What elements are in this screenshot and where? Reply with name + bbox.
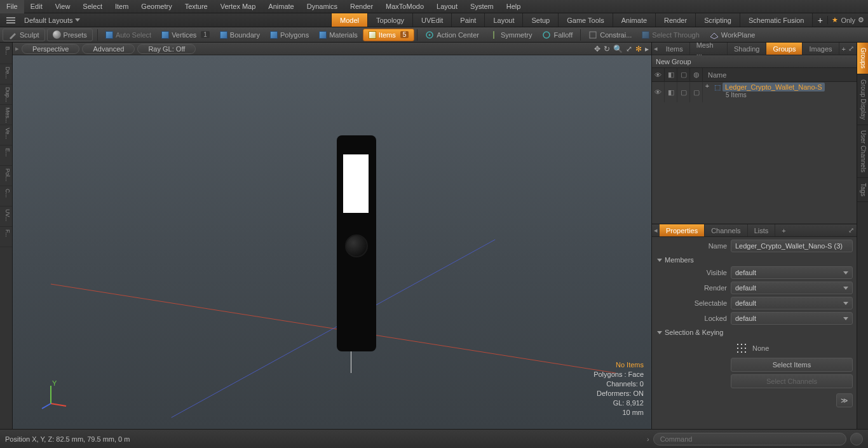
menu-help[interactable]: Help bbox=[500, 0, 527, 13]
tab-properties[interactable]: Properties bbox=[660, 224, 705, 236]
add-layout-tab-button[interactable]: + bbox=[812, 13, 827, 27]
tab-scripting[interactable]: Scripting bbox=[695, 13, 740, 27]
vtab-dup[interactable]: Dup... bbox=[0, 85, 12, 105]
constraints-button[interactable]: Constrai... bbox=[583, 29, 637, 41]
tab-animate[interactable]: Animate bbox=[613, 13, 655, 27]
vtab-mes[interactable]: Mes... bbox=[0, 105, 12, 125]
settings-gear-icon[interactable]: ⚙ bbox=[858, 16, 864, 24]
col-render-icon[interactable]: ◍ bbox=[690, 68, 703, 82]
props-collapse-icon[interactable]: ◂ bbox=[652, 224, 660, 236]
viewport-pan-icon[interactable]: ✥ bbox=[594, 44, 600, 53]
panel-collapse-icon[interactable]: ◂ bbox=[652, 43, 660, 55]
row-lock-toggle[interactable]: ▢ bbox=[677, 82, 690, 102]
menu-edit[interactable]: Edit bbox=[24, 0, 49, 13]
tab-meshops[interactable]: Mesh ... bbox=[690, 43, 728, 55]
axis-gizmo[interactable]: Y bbox=[39, 381, 70, 411]
menu-vertexmap[interactable]: Vertex Map bbox=[214, 0, 262, 13]
tab-schematicfusion[interactable]: Schematic Fusion bbox=[740, 13, 812, 27]
menu-view[interactable]: View bbox=[49, 0, 77, 13]
menu-system[interactable]: System bbox=[464, 0, 500, 13]
tab-images[interactable]: Images bbox=[803, 43, 839, 55]
tab-items[interactable]: Items bbox=[660, 43, 690, 55]
col-visibility-icon[interactable]: 👁 bbox=[652, 68, 665, 82]
vtab-f[interactable]: F... bbox=[0, 227, 12, 247]
viewport-perspective-dropdown[interactable]: Perspective bbox=[22, 44, 79, 54]
menu-layout[interactable]: Layout bbox=[430, 0, 464, 13]
sidetab-userchannels[interactable]: User Channels bbox=[857, 125, 868, 178]
tab-gametools[interactable]: Game Tools bbox=[558, 13, 613, 27]
menu-dynamics[interactable]: Dynamics bbox=[301, 0, 344, 13]
select-channels-button[interactable]: Select Channels bbox=[731, 374, 853, 388]
viewport-raygl-dropdown[interactable]: Ray GL: Off bbox=[137, 44, 196, 54]
menu-maxtomodo[interactable]: MaxToModo bbox=[379, 0, 430, 13]
col-select-icon[interactable]: ◧ bbox=[665, 68, 677, 82]
items-button[interactable]: Items5 bbox=[363, 29, 414, 41]
sidetab-tags[interactable]: Tags bbox=[857, 178, 868, 202]
tab-uvedit[interactable]: UVEdit bbox=[412, 13, 451, 27]
viewport-zoom-icon[interactable]: 🔍 bbox=[613, 44, 623, 53]
actioncenter-button[interactable]: Action Center bbox=[420, 29, 484, 41]
viewport-back-icon[interactable]: ▸ bbox=[15, 44, 19, 53]
autoselect-button[interactable]: Auto Select bbox=[100, 29, 156, 41]
layout-switcher-icon[interactable] bbox=[4, 17, 18, 24]
vtab-uv[interactable]: UV... bbox=[0, 207, 12, 227]
polygons-button[interactable]: Polygons bbox=[265, 29, 314, 41]
tab-lists[interactable]: Lists bbox=[748, 224, 776, 236]
selectable-dropdown[interactable]: default bbox=[731, 297, 853, 309]
tab-channels[interactable]: Channels bbox=[705, 224, 747, 236]
visible-dropdown[interactable]: default bbox=[731, 266, 853, 279]
viewport-shading-dropdown[interactable]: Advanced bbox=[82, 44, 135, 54]
vertices-button[interactable]: Vertices1 bbox=[156, 29, 215, 41]
select-items-button[interactable]: Select Items bbox=[731, 358, 853, 372]
tab-groups[interactable]: Groups bbox=[766, 43, 803, 55]
selkey-section[interactable]: Selection & Keying bbox=[657, 329, 853, 336]
vtab-e[interactable]: E... bbox=[0, 146, 12, 166]
row-select-toggle[interactable]: ◧ bbox=[665, 82, 677, 102]
viewport-rotate-icon[interactable]: ↻ bbox=[604, 44, 610, 53]
render-dropdown[interactable]: default bbox=[731, 282, 853, 294]
symmetry-button[interactable]: Symmetry bbox=[484, 29, 538, 41]
vtab-c[interactable]: C... bbox=[0, 186, 12, 207]
viewport-settings-icon[interactable]: ✻ bbox=[635, 44, 642, 53]
tab-layout[interactable]: Layout bbox=[484, 13, 522, 27]
tree-item-name[interactable]: Ledger_Crypto_Wallet_Nano-S bbox=[722, 83, 824, 92]
vtab-de[interactable]: De... bbox=[0, 64, 12, 85]
vtab-b[interactable]: B... bbox=[0, 44, 12, 64]
presets-button[interactable]: Presets bbox=[47, 29, 93, 41]
props-expand-icon[interactable]: ⤢ bbox=[848, 226, 854, 234]
menu-file[interactable]: File bbox=[0, 0, 24, 13]
sculpt-button[interactable]: Sculpt bbox=[3, 29, 45, 41]
add-props-tab[interactable]: + bbox=[775, 224, 792, 236]
menu-select[interactable]: Select bbox=[76, 0, 109, 13]
col-lock-icon[interactable]: ▢ bbox=[677, 68, 690, 82]
expand-panel-icon[interactable]: ⤢ bbox=[848, 44, 854, 53]
keying-pattern-icon[interactable] bbox=[736, 343, 747, 354]
name-field[interactable]: Ledger_Crypto_Wallet_Nano-S (3) bbox=[731, 240, 853, 252]
default-layouts-dropdown[interactable]: Default Layouts bbox=[22, 17, 83, 24]
workplane-button[interactable]: WorkPlane bbox=[705, 29, 761, 41]
row-visibility-toggle[interactable]: 👁 bbox=[652, 82, 665, 102]
vtab-ve[interactable]: Ve... bbox=[0, 125, 12, 146]
viewport-maximize-icon[interactable]: ▸ bbox=[645, 44, 649, 53]
command-run-button[interactable] bbox=[850, 433, 863, 445]
command-input[interactable]: Command bbox=[653, 433, 846, 445]
sidetab-groupdisplay[interactable]: Group Display bbox=[857, 74, 868, 125]
menu-geometry[interactable]: Geometry bbox=[135, 0, 178, 13]
menu-item[interactable]: Item bbox=[109, 0, 135, 13]
boundary-button[interactable]: Boundary bbox=[215, 29, 265, 41]
viewport-3d[interactable]: Y No Items Polygons : Face Channels: 0 D… bbox=[13, 55, 651, 429]
tab-paint[interactable]: Paint bbox=[451, 13, 484, 27]
tab-topology[interactable]: Topology bbox=[367, 13, 412, 27]
locked-dropdown[interactable]: default bbox=[731, 312, 853, 325]
tab-setup[interactable]: Setup bbox=[522, 13, 558, 27]
menu-animate[interactable]: Animate bbox=[262, 0, 300, 13]
falloff-button[interactable]: Falloff bbox=[537, 29, 578, 41]
row-render-toggle[interactable]: ▢ bbox=[690, 82, 703, 102]
favorite-icon[interactable]: ★ bbox=[832, 16, 838, 24]
members-section[interactable]: Members bbox=[657, 256, 853, 264]
expand-icon[interactable]: + bbox=[703, 82, 712, 90]
tab-render[interactable]: Render bbox=[655, 13, 695, 27]
more-button[interactable]: ≫ bbox=[836, 393, 853, 407]
tab-shading[interactable]: Shading bbox=[728, 43, 766, 55]
menu-render[interactable]: Render bbox=[344, 0, 379, 13]
